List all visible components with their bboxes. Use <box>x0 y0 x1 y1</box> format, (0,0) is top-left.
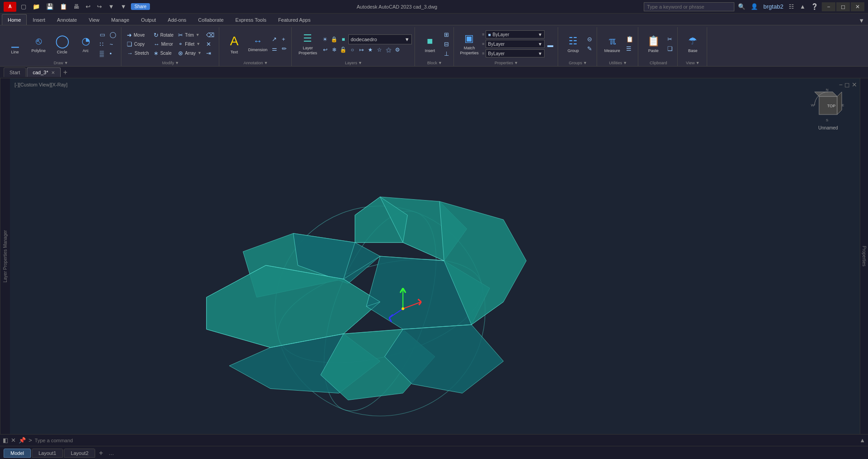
centerline-button[interactable]: + <box>280 35 289 43</box>
search-input[interactable] <box>644 2 734 11</box>
properties-label[interactable]: Properties ▼ <box>495 60 518 65</box>
new-file-icon[interactable]: ▢ <box>19 2 28 11</box>
tab-home[interactable]: Home <box>2 14 27 25</box>
copy-button[interactable]: ❏Copy <box>125 40 151 48</box>
tab-addons[interactable]: Add-ons <box>162 14 192 25</box>
layer-freeze-vp-icon[interactable]: ❄ <box>330 46 338 54</box>
help-icon[interactable]: ❔ <box>809 2 820 11</box>
stretch-button[interactable]: →Stretch <box>125 49 151 57</box>
layout-tab-layout1[interactable]: Layout1 <box>32 449 63 458</box>
layer-unisolate-icon[interactable]: ☆ <box>376 46 384 54</box>
annotation-label[interactable]: Annotation ▼ <box>244 60 268 65</box>
save-icon[interactable]: 💾 <box>44 2 55 11</box>
ellipse-button[interactable]: ◯ <box>108 30 118 39</box>
view-label[interactable]: View ▼ <box>686 60 699 65</box>
maximize-button[interactable]: ◻ <box>836 2 850 11</box>
tab-cad3-close[interactable]: ✕ <box>51 70 55 75</box>
add-tab-button[interactable]: + <box>62 68 69 76</box>
rotate-button[interactable]: ↻Rotate <box>152 31 175 39</box>
layer-walk-icon[interactable]: ○ <box>348 46 357 54</box>
dimension-button[interactable]: ↔ Dimension <box>246 29 269 59</box>
cmd-pin-icon[interactable]: 📌 <box>19 437 26 444</box>
print-icon[interactable]: 🖶 <box>72 2 81 11</box>
layer-lock-icon[interactable]: 🔒 <box>330 35 338 43</box>
spline-button[interactable]: ~ <box>108 40 118 48</box>
layout-tab-layout2[interactable]: Layout2 <box>64 449 95 458</box>
cmd-expand-icon[interactable]: ▲ <box>859 437 865 444</box>
group-edit-button[interactable]: ✎ <box>585 44 594 53</box>
gradient-button[interactable]: ▒ <box>98 49 107 58</box>
block-label[interactable]: Block ▼ <box>427 60 442 65</box>
triangle-icon[interactable]: ▲ <box>798 2 807 11</box>
mirror-button[interactable]: ↔Mirror <box>152 40 175 48</box>
layer-freeze2-icon[interactable]: ⚝ <box>385 46 393 54</box>
polyline-button[interactable]: ⎋ Polyline <box>27 29 50 59</box>
open-file-icon[interactable]: 📁 <box>31 2 42 11</box>
match-properties-button[interactable]: ▣ Match Properties <box>458 29 481 59</box>
draw-label[interactable]: Draw ▼ <box>54 60 68 65</box>
paste-button[interactable]: 📋 Paste <box>642 29 665 59</box>
left-panel-manager[interactable]: Layer Properties Manager <box>0 78 10 434</box>
add-layout-button[interactable]: + <box>96 449 106 457</box>
layer-settings-icon[interactable]: ⚙ <box>394 46 402 54</box>
linetype-dropdown[interactable]: ByLayer ▼ <box>486 40 545 48</box>
group-button[interactable]: ☷ Group <box>562 29 584 59</box>
move-button[interactable]: ➜Move <box>125 31 151 39</box>
markup-button[interactable]: ✏ <box>280 44 289 53</box>
tab-express[interactable]: Express Tools <box>230 14 272 25</box>
id-button[interactable]: 📋 <box>624 35 635 43</box>
color-dropdown[interactable]: ■ ByLayer ▼ <box>486 30 545 38</box>
save-as-icon[interactable]: 📋 <box>58 2 69 11</box>
tab-manage[interactable]: Manage <box>106 14 135 25</box>
table-button[interactable]: ⚌ <box>270 44 279 53</box>
layer-color-icon[interactable]: ■ <box>339 35 347 43</box>
redo-icon[interactable]: ↪ <box>95 2 104 11</box>
viewcube[interactable]: TOP S N E W Unnamed <box>810 87 846 124</box>
measure-button[interactable]: ℼ Measure <box>601 29 623 59</box>
tab-start[interactable]: Start <box>4 67 26 77</box>
tab-featured[interactable]: Featured Apps <box>272 14 317 25</box>
arc-button[interactable]: ◔ Arc <box>74 29 97 59</box>
offset-button[interactable]: ⇥ <box>204 49 216 57</box>
circle-button[interactable]: ◯ Circle <box>51 29 73 59</box>
search-icon[interactable]: 🔍 <box>736 2 747 11</box>
tab-cad3[interactable]: cad_3* ✕ <box>27 67 60 77</box>
right-panel[interactable]: Properties <box>860 78 868 434</box>
array-dropdown-icon[interactable]: ▼ <box>198 51 202 55</box>
trim-dropdown-icon[interactable]: ▼ <box>196 33 200 37</box>
utilities-label[interactable]: Utilities ▼ <box>609 60 627 65</box>
command-input[interactable] <box>35 438 857 443</box>
write-block-button[interactable]: ⊟ <box>442 40 451 48</box>
groups-label[interactable]: Groups ▼ <box>569 60 587 65</box>
undo-dropdown-icon[interactable]: ▼ <box>106 2 116 11</box>
copy-clipboard-button[interactable]: ❏ <box>665 44 675 53</box>
layout-nav-icon[interactable]: … <box>107 450 116 456</box>
cut-button[interactable]: ✂ <box>665 35 675 43</box>
erase-button[interactable]: ⌫ <box>204 31 216 39</box>
cmd-close-icon[interactable]: ✕ <box>11 437 16 444</box>
trim-button[interactable]: ✂Trim ▼ <box>176 31 203 39</box>
fillet-dropdown-icon[interactable]: ▼ <box>196 42 200 46</box>
tab-annotate[interactable]: Annotate <box>51 14 83 25</box>
hatch-button[interactable]: ∷ <box>98 40 107 48</box>
scale-button[interactable]: ∗Scale <box>152 49 175 57</box>
text-button[interactable]: A Text <box>223 29 246 59</box>
tab-output[interactable]: Output <box>135 14 162 25</box>
base-view-button[interactable]: ☂ Base <box>681 29 704 59</box>
layers-label[interactable]: Layers ▼ <box>345 60 362 65</box>
line-button[interactable]: ⎯ Line <box>4 29 26 59</box>
clipboard-label[interactable]: Clipboard <box>650 60 667 65</box>
layer-properties-button[interactable]: ☰ Layer Properties <box>295 29 320 59</box>
cmd-filter-icon[interactable]: ◧ <box>3 437 8 444</box>
share-button[interactable]: Share <box>131 3 150 10</box>
define-attr-button[interactable]: ⊥ <box>442 49 451 58</box>
lineweight-dropdown[interactable]: ByLayer ▼ <box>486 49 545 57</box>
undo-icon[interactable]: ↩ <box>84 2 92 11</box>
leader-button[interactable]: ↗ <box>270 35 279 43</box>
ungroup-button[interactable]: ⊝ <box>585 35 594 43</box>
layer-lock2-icon[interactable]: 🔓 <box>339 46 347 54</box>
point-button[interactable]: • <box>108 49 118 58</box>
tab-insert[interactable]: Insert <box>27 14 51 25</box>
layer-match-icon[interactable]: ↦ <box>357 46 366 54</box>
layer-previous-icon[interactable]: ↩ <box>321 46 329 54</box>
